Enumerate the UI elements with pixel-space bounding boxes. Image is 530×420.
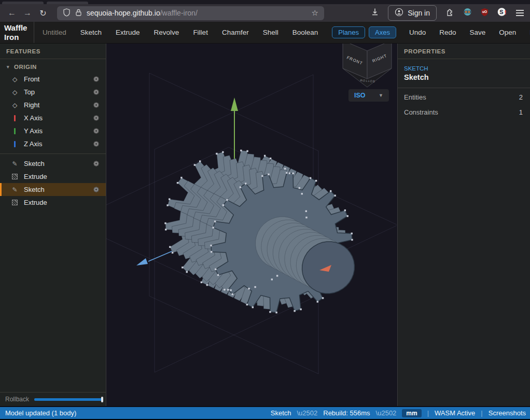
reload-button[interactable]: ↻ [35, 8, 51, 18]
property-row-entities: Entities 2 [398, 88, 530, 103]
extension-mask-icon[interactable] [463, 8, 472, 18]
tab-boolean[interactable]: Boolean [292, 29, 318, 36]
status-separator: \u2502 [376, 409, 397, 417]
status-pipe: | [427, 409, 429, 417]
status-separator: \u2502 [297, 409, 317, 417]
sidebar-item-top[interactable]: ◇ Top [0, 86, 106, 99]
tab-sketch[interactable]: Sketch [80, 29, 102, 36]
visibility-toggle[interactable] [93, 141, 99, 147]
lock-icon[interactable] [75, 8, 82, 18]
sketch-pencil-icon: ✎ [11, 186, 18, 193]
extensions-puzzle-icon[interactable] [445, 8, 454, 19]
visibility-toggle[interactable] [93, 102, 99, 108]
rollback-label: Rollback [5, 396, 29, 403]
sidebar-item-right[interactable]: ◇ Right [0, 99, 106, 111]
hamburger-menu-icon[interactable] [516, 10, 524, 16]
visibility-toggle[interactable] [93, 89, 99, 95]
extension-ublock-icon[interactable]: uO [481, 8, 489, 19]
bookmark-star-icon[interactable]: ☆ [312, 8, 318, 18]
app-logo: Waffle Iron [0, 23, 34, 41]
unit-badge[interactable]: mm [402, 409, 421, 417]
app-toolbar: Waffle Iron Untitled Sketch Extrude Revo… [0, 22, 530, 44]
url-host: sequoia-hope.github.io [87, 9, 160, 17]
wasm-status: WASM Active [435, 409, 475, 417]
sidebar-item-extrude-1[interactable]: Extrude [0, 170, 106, 183]
tab-revolve[interactable]: Revolve [154, 29, 179, 36]
visibility-toggle[interactable] [93, 76, 99, 82]
view-mode-label: ISO [354, 92, 366, 99]
extension-sponsorblock-icon[interactable]: S! [497, 7, 507, 19]
save-button[interactable]: Save [469, 29, 485, 36]
shield-icon[interactable] [63, 8, 71, 18]
sidebar-divider [0, 153, 106, 154]
plane-icon: ◇ [11, 89, 18, 96]
svg-text:S: S [499, 9, 503, 15]
tab-untitled[interactable]: Untitled [43, 29, 66, 36]
y-axis-icon [11, 128, 18, 134]
toolbar-divider [34, 22, 34, 43]
plane-icon: ◇ [11, 102, 18, 109]
forward-button[interactable]: → [20, 8, 35, 18]
status-bar: Model updated (1 body) Sketch \u2502 Reb… [0, 406, 530, 419]
browser-tab[interactable] [2, 2, 44, 4]
open-button[interactable]: Open [499, 29, 516, 36]
selection-name: Sketch [404, 73, 524, 81]
sidebar-item-front[interactable]: ◇ Front [0, 73, 106, 86]
plane-icon: ◇ [11, 76, 18, 83]
planes-toggle-button[interactable]: Planes [332, 26, 365, 38]
redo-button[interactable]: Redo [439, 29, 456, 36]
origin-group-header[interactable]: ▾ ORIGIN [0, 59, 106, 73]
extrude-icon [11, 174, 18, 179]
properties-header: PROPERTIES [398, 44, 530, 59]
svg-text:!: ! [505, 9, 507, 16]
sign-in-button[interactable]: Sign in [388, 5, 437, 21]
z-axis-icon [11, 141, 18, 147]
extrude-icon [11, 200, 18, 205]
view-cube[interactable]: FRONT RIGHT BOTTOM [338, 44, 397, 93]
back-button[interactable]: ← [4, 8, 20, 18]
tab-extrude[interactable]: Extrude [116, 29, 140, 36]
browser-tab-strip [0, 0, 530, 4]
features-panel: FEATURES ▾ ORIGIN ◇ Front ◇ Top ◇ Right [0, 44, 106, 406]
sidebar-item-extrude-2[interactable]: Extrude [0, 196, 106, 209]
sidebar-item-y-axis[interactable]: Y Axis [0, 124, 106, 137]
status-rebuild-time: Rebuild: 556ms [323, 409, 370, 417]
svg-text:uO: uO [482, 10, 487, 13]
app-window: ← → ↻ sequoia-hope.github.io/waffle-iron… [0, 0, 530, 420]
selection-type-label: SKETCH [404, 65, 524, 72]
screenshots-button[interactable]: Screenshots [489, 409, 526, 417]
collapse-triangle-icon: ▾ [7, 64, 9, 69]
status-pipe: | [481, 409, 482, 417]
rollback-bar: Rollback [0, 392, 106, 406]
status-message: Model updated (1 body) [5, 409, 76, 417]
visibility-toggle[interactable] [93, 161, 99, 166]
chevron-down-icon: ▼ [379, 93, 383, 98]
tab-fillet[interactable]: Fillet [193, 29, 208, 36]
view-mode-selector[interactable]: ISO ▼ [348, 89, 389, 102]
tab-chamfer[interactable]: Chamfer [222, 29, 249, 36]
sign-in-label: Sign in [408, 9, 430, 17]
download-icon[interactable] [371, 8, 379, 18]
viewport[interactable]: FRONT RIGHT BOTTOM ISO ▼ [106, 44, 397, 406]
features-header: FEATURES [0, 44, 106, 59]
axes-toggle-button[interactable]: Axes [369, 26, 396, 38]
sidebar-item-sketch-1[interactable]: ✎ Sketch [0, 157, 106, 170]
property-row-constraints: Constraints 1 [398, 103, 530, 118]
visibility-toggle[interactable] [93, 128, 99, 134]
visibility-toggle[interactable] [93, 115, 99, 121]
sidebar-item-sketch-2-selected[interactable]: ✎ Sketch [0, 183, 106, 196]
browser-navbar: ← → ↻ sequoia-hope.github.io/waffle-iron… [0, 4, 530, 22]
visibility-toggle[interactable] [93, 187, 99, 192]
account-icon [395, 8, 403, 18]
sketch-pencil-icon: ✎ [11, 160, 18, 167]
tab-shell[interactable]: Shell [263, 29, 278, 36]
properties-panel: PROPERTIES SKETCH Sketch Entities 2 Cons… [397, 44, 530, 406]
url-bar[interactable]: sequoia-hope.github.io/waffle-iron/ ☆ [57, 6, 324, 20]
rollback-slider[interactable] [34, 398, 103, 401]
sidebar-item-z-axis[interactable]: Z Axis [0, 137, 106, 150]
rollback-slider-thumb[interactable] [101, 397, 103, 402]
url-path: /waffle-iron/ [160, 9, 198, 17]
sidebar-item-x-axis[interactable]: X Axis [0, 111, 106, 124]
undo-button[interactable]: Undo [409, 29, 426, 36]
browser-tab[interactable] [47, 2, 88, 4]
